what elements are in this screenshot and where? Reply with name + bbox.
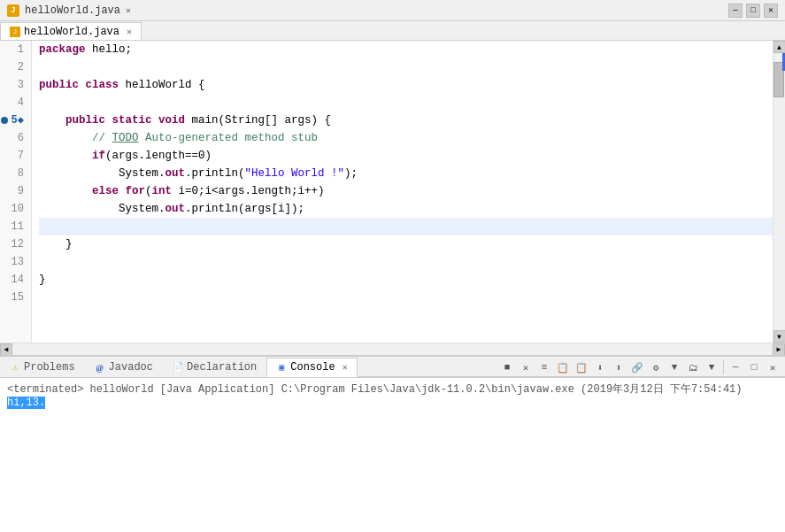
scroll-track[interactable]	[773, 53, 786, 330]
line-num-10: 10	[0, 200, 27, 218]
code-line-6: // TODO Auto-generated method stub	[39, 129, 773, 147]
close-button[interactable]: ✕	[764, 4, 778, 18]
link-button[interactable]: 🔗	[628, 359, 646, 376]
line-num-6: 6	[0, 129, 27, 147]
console-output: <terminated> helloWorld [Java Applicatio…	[0, 378, 785, 532]
line-num-1: 1	[0, 41, 27, 58]
tab-declaration[interactable]: 📄 Declaration	[163, 358, 266, 377]
maximize-button[interactable]: □	[746, 4, 760, 18]
line-num-3: 3	[0, 76, 27, 94]
remove-button[interactable]: ✕	[517, 359, 535, 376]
line-num-7: 7	[0, 147, 27, 165]
bottom-panel: ⚠ Problems @ Javadoc 📄 Declaration ▣ Con…	[0, 355, 785, 532]
panel-maximize-button[interactable]: □	[745, 359, 763, 376]
tab-console-label: Console	[290, 361, 335, 374]
line-num-2: 2	[0, 58, 27, 76]
line-num-5: 5◆	[0, 112, 27, 129]
tab-javadoc-label: Javadoc	[109, 361, 153, 374]
h-scroll-track[interactable]	[12, 343, 773, 356]
minimize-button[interactable]: ─	[728, 4, 743, 18]
copy-output-button[interactable]: 📋	[554, 359, 572, 376]
line-num-14: 14	[0, 271, 27, 289]
code-line-11	[39, 218, 773, 235]
code-line-3: public class helloWorld {	[39, 76, 773, 94]
code-line-4	[39, 94, 773, 112]
editor-tab-close[interactable]: ✕	[127, 27, 132, 37]
line-num-12: 12	[0, 235, 27, 253]
selected-output: hi,13.	[7, 397, 45, 409]
view-dropdown-button[interactable]: ▼	[703, 359, 720, 376]
code-line-12: }	[39, 235, 773, 253]
code-content[interactable]: package hello; public class helloWorld {…	[32, 41, 773, 343]
window-controls: ─ □ ✕	[728, 4, 778, 18]
scroll-up-console-button[interactable]: ⬆	[610, 359, 627, 376]
output-line: hi,13.	[7, 397, 778, 409]
toolbar-sep	[723, 360, 724, 374]
editor-tab-label: helloWorld.java	[24, 26, 119, 38]
console-panel-toolbar: ■ ✕ ≡ 📋 📋 ⬇ ⬆ 🔗 ⚙ ▼ 🗂 ▼ ─ □ ✕	[495, 359, 785, 377]
code-editor: 1 2 3 4 5◆ 6 7 8 9 10 11 12 13 14 15 pac…	[0, 41, 785, 343]
editor-scrollbar: ▲ ▼	[773, 41, 785, 343]
panel-tabs: ⚠ Problems @ Javadoc 📄 Declaration ▣ Con…	[0, 357, 785, 378]
dropdown-button[interactable]: ▼	[666, 359, 683, 376]
code-line-15	[39, 289, 773, 306]
code-line-9: else for(int i=0;i<args.length;i++)	[39, 182, 773, 200]
line-num-4: 4	[0, 94, 27, 112]
line-num-8: 8	[0, 165, 27, 182]
line-numbers: 1 2 3 4 5◆ 6 7 8 9 10 11 12 13 14 15	[0, 41, 32, 343]
editor-container: J helloWorld.java ✕ 1 2 3 4 5◆ 6 7 8 9 1…	[0, 21, 785, 355]
stop-button[interactable]: ■	[498, 359, 516, 376]
console-icon: ▣	[276, 362, 287, 373]
terminated-line: <terminated> helloWorld [Java Applicatio…	[7, 382, 778, 397]
scroll-highlight	[782, 53, 786, 71]
problems-icon: ⚠	[10, 362, 20, 373]
h-scroll-right-button[interactable]: ▶	[773, 343, 785, 356]
tab-spacer	[358, 376, 495, 377]
panel-minimize-button[interactable]: ─	[727, 359, 744, 376]
file-icon: J	[7, 4, 19, 17]
h-scroll-left-button[interactable]: ◀	[0, 343, 12, 356]
open-console-button[interactable]: ⚙	[647, 359, 665, 376]
clear-button[interactable]: ≡	[535, 359, 553, 376]
paste-button[interactable]: 📋	[573, 359, 590, 376]
code-line-1: package hello;	[39, 41, 773, 58]
close-tab-icon[interactable]: ✕	[126, 5, 131, 16]
tab-file-icon: J	[10, 27, 20, 37]
code-line-8: System.out.println("Hello World !");	[39, 165, 773, 182]
window-title: helloWorld.java	[25, 4, 120, 17]
editor-tabs: J helloWorld.java ✕	[0, 21, 785, 41]
line-num-13: 13	[0, 253, 27, 271]
code-line-7: if(args.length==0)	[39, 147, 773, 165]
scroll-down-button[interactable]: ▼	[773, 330, 786, 343]
code-line-2	[39, 58, 773, 76]
new-console-button[interactable]: 🗂	[684, 359, 702, 376]
code-line-13	[39, 253, 773, 271]
scroll-up-button[interactable]: ▲	[773, 41, 786, 53]
code-line-5: public static void main(String[] args) {	[39, 112, 773, 129]
tab-console[interactable]: ▣ Console ✕	[266, 358, 357, 377]
line-num-11: 11	[0, 218, 27, 235]
tab-javadoc[interactable]: @ Javadoc	[85, 358, 163, 377]
console-tab-close[interactable]: ✕	[342, 362, 348, 373]
panel-close-button[interactable]: ✕	[764, 359, 781, 376]
editor-tab-helloworld[interactable]: J helloWorld.java ✕	[0, 22, 142, 40]
tab-declaration-label: Declaration	[187, 361, 257, 374]
tab-problems-label: Problems	[24, 361, 75, 374]
code-line-14: }	[39, 271, 773, 289]
scroll-lock-button[interactable]: ⬇	[591, 359, 609, 376]
line-num-9: 9	[0, 182, 27, 200]
horizontal-scrollbar[interactable]: ◀ ▶	[0, 343, 785, 355]
title-bar: J helloWorld.java ✕ ─ □ ✕	[0, 0, 785, 21]
tab-problems[interactable]: ⚠ Problems	[0, 358, 85, 377]
code-line-10: System.out.println(args[i]);	[39, 200, 773, 218]
title-bar-left: J helloWorld.java ✕	[7, 4, 131, 17]
line-num-15: 15	[0, 289, 27, 306]
declaration-icon: 📄	[173, 362, 183, 373]
javadoc-icon: @	[95, 362, 105, 373]
